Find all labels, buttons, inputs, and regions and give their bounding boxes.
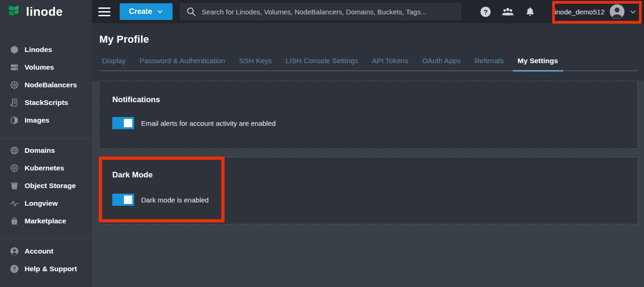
tab-password-authentication[interactable]: Password & Authentication	[133, 52, 232, 71]
sidebar-item-kubernetes[interactable]: Kubernetes	[0, 159, 92, 177]
sidebar-item-object-storage[interactable]: Object Storage	[0, 177, 92, 195]
shopping-bag-icon	[9, 216, 19, 226]
global-search[interactable]	[180, 3, 461, 20]
tab-lish-console-settings[interactable]: LISH Console Settings	[279, 52, 365, 71]
helm-wheel-icon	[9, 163, 19, 173]
sidebar-item-images[interactable]: Images	[0, 111, 92, 129]
sidebar-item-linodes[interactable]: Linodes	[0, 41, 92, 59]
bell-icon[interactable]	[523, 5, 537, 19]
svg-text:?: ?	[483, 7, 487, 15]
chevron-down-icon	[630, 8, 637, 15]
profile-header: My Profile Display Password & Authentica…	[92, 23, 644, 81]
tab-my-settings[interactable]: My Settings	[511, 52, 565, 71]
main-content: My Profile Display Password & Authentica…	[92, 23, 644, 287]
dark-mode-toggle[interactable]	[112, 194, 134, 206]
dark-mode-toggle-label: Dark mode is enabled	[141, 196, 209, 204]
node-cluster-icon	[9, 80, 19, 90]
sidebar-item-nodebalancers[interactable]: NodeBalancers	[0, 76, 92, 94]
help-circle-icon[interactable]: ?	[478, 5, 492, 19]
sidebar-item-volumes[interactable]: Volumes	[0, 59, 92, 76]
sidebar-item-stackscripts[interactable]: StackScripts	[0, 94, 92, 111]
create-button[interactable]: Create	[120, 3, 173, 20]
hexagon-icon	[9, 45, 19, 55]
username: linode_demo512	[553, 8, 605, 16]
svg-text:?: ?	[13, 266, 16, 272]
avatar-person-icon	[609, 4, 625, 20]
dark-mode-section: Dark Mode Dark mode is enabled	[99, 157, 638, 224]
script-scroll-icon	[9, 98, 19, 108]
image-hexagon-icon	[9, 116, 19, 125]
person-circle-icon	[9, 247, 19, 256]
sidebar-item-marketplace[interactable]: Marketplace	[0, 212, 92, 230]
hamburger-menu-icon[interactable]	[98, 4, 114, 20]
globe-icon	[9, 146, 19, 156]
sidebar: Linodes Volumes NodeBalancers StackScrip…	[0, 23, 92, 287]
pulse-icon	[9, 199, 19, 209]
sidebar-item-longview[interactable]: Longview	[0, 195, 92, 212]
page-title: My Profile	[99, 33, 644, 46]
email-alerts-toggle-label: Email alerts for account activity are en…	[141, 119, 276, 127]
question-circle-icon: ?	[9, 264, 19, 274]
bucket-icon	[9, 181, 19, 191]
tab-oauth-apps[interactable]: OAuth Apps	[415, 52, 468, 71]
dark-mode-heading: Dark Mode	[112, 170, 625, 180]
sidebar-item-help-support[interactable]: ? Help & Support	[0, 260, 92, 278]
notifications-section: Notifications Email alerts for account a…	[99, 81, 638, 149]
notifications-heading: Notifications	[112, 95, 625, 104]
sidebar-item-account[interactable]: Account	[0, 242, 92, 260]
sidebar-item-domains[interactable]: Domains	[0, 142, 92, 159]
storage-drives-icon	[9, 63, 19, 72]
community-icon[interactable]	[501, 5, 515, 19]
section-gap	[92, 149, 644, 157]
tab-display[interactable]: Display	[99, 52, 133, 71]
linode-logo[interactable]: linode	[0, 0, 92, 23]
search-icon	[186, 7, 196, 17]
toggle-knob	[124, 196, 132, 204]
email-alerts-toggle[interactable]	[112, 117, 134, 129]
profile-tabs: Display Password & Authentication SSH Ke…	[99, 52, 638, 71]
tab-ssh-keys[interactable]: SSH Keys	[232, 52, 279, 71]
linode-logo-icon	[7, 3, 22, 20]
topbar: linode Create	[0, 0, 644, 23]
user-menu[interactable]: linode_demo512	[548, 0, 638, 23]
tab-api-tokens[interactable]: API Tokens	[365, 52, 415, 71]
chevron-down-icon	[157, 8, 163, 15]
toggle-knob	[124, 119, 132, 127]
logo-wordmark: linode	[26, 5, 63, 19]
tab-referrals[interactable]: Referrals	[468, 52, 511, 71]
search-input[interactable]	[202, 8, 455, 16]
